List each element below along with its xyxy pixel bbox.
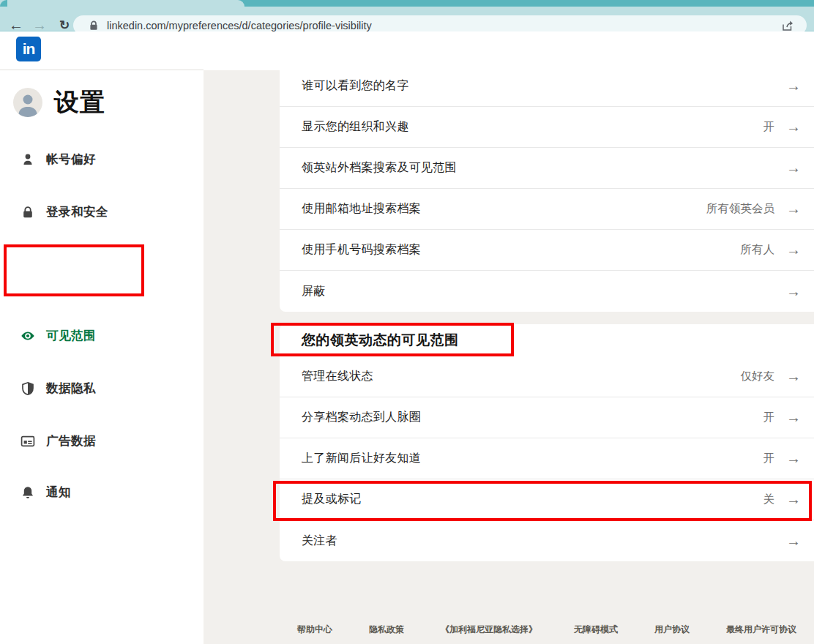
browser-toolbar: ← → ↻ linkedin.com/mypreferences/d/categ… [0, 7, 814, 31]
page-title: 设置 [54, 86, 105, 119]
setting-row-search-by-phone[interactable]: 使用手机号码搜索档案 所有人 → [280, 230, 814, 271]
setting-label: 管理在线状态 [302, 369, 741, 384]
sidebar-item-data-privacy[interactable]: 数据隐私 [0, 374, 204, 403]
sidebar-item-account-preferences[interactable]: 帐号偏好 [0, 145, 204, 174]
arrow-right-icon: → [786, 368, 801, 385]
setting-row-share-profile-updates[interactable]: 分享档案动态到人脉圈 开 → [280, 397, 814, 438]
footer-link-accessibility[interactable]: 无障碍模式 [574, 624, 618, 636]
sidebar-item-label: 登录和安全 [46, 204, 108, 220]
setting-row-show-org-interests[interactable]: 显示您的组织和兴趣 开 → [280, 107, 814, 148]
lock-icon [20, 205, 35, 220]
browser-tab-strip [0, 0, 814, 7]
settings-title-row: 设置 [13, 86, 105, 119]
share-icon[interactable] [780, 18, 795, 33]
footer-link-privacy-policy[interactable]: 隐私政策 [369, 624, 404, 636]
settings-sidebar: 设置 帐号偏好 登录和安全 可见范围 数据隐私 [0, 70, 204, 644]
setting-label: 谁可以看到您的名字 [302, 78, 774, 94]
arrow-right-icon: → [786, 409, 801, 426]
arrow-right-icon: → [786, 119, 801, 135]
footer-link-eula[interactable]: 最终用户许可协议 [726, 624, 796, 636]
arrow-right-icon: → [786, 450, 801, 467]
setting-value: 所有领英会员 [706, 201, 774, 217]
setting-label: 关注者 [302, 533, 774, 549]
avatar [13, 88, 42, 117]
sidebar-item-visibility[interactable]: 可见范围 [0, 321, 204, 351]
setting-row-followers[interactable]: 关注者 → [280, 520, 814, 561]
arrow-right-icon: → [786, 201, 801, 217]
setting-value: 仅好友 [741, 369, 775, 384]
sidebar-item-label: 可见范围 [46, 328, 96, 344]
feed-visibility-card: 您的领英动态的可见范围 管理在线状态 仅好友 → 分享档案动态到人脉圈 开 → … [280, 324, 814, 561]
sidebar-item-ads-data[interactable]: 广告数据 [0, 427, 204, 456]
arrow-right-icon: → [786, 533, 801, 550]
setting-label: 使用手机号码搜索档案 [302, 242, 741, 258]
setting-label: 提及或标记 [302, 492, 763, 507]
footer-link-user-agreement[interactable]: 用户协议 [654, 624, 690, 636]
lock-secure-icon [88, 20, 100, 31]
setting-row-mentions-tags[interactable]: 提及或标记 关 → [280, 479, 814, 520]
setting-value: 开 [763, 119, 775, 135]
setting-value: 开 [763, 451, 775, 466]
app-header: in [0, 31, 814, 70]
footer-link-help-center[interactable]: 帮助中心 [297, 624, 332, 636]
footer-links: 帮助中心 隐私政策 《加利福尼亚隐私选择》 无障碍模式 用户协议 最终用户许可协… [280, 624, 814, 636]
section-title: 您的领英动态的可见范围 [280, 324, 814, 356]
setting-label: 使用邮箱地址搜索档案 [302, 201, 706, 217]
arrow-right-icon: → [786, 78, 801, 94]
setting-value: 开 [763, 410, 775, 425]
arrow-right-icon: → [786, 160, 801, 176]
linkedin-logo[interactable]: in [16, 37, 41, 61]
arrow-right-icon: → [786, 283, 801, 300]
setting-label: 分享档案动态到人脉圈 [302, 410, 763, 425]
browser-active-tab[interactable] [0, 0, 244, 7]
sidebar-item-label: 帐号偏好 [46, 151, 96, 168]
shield-icon [20, 381, 35, 396]
footer-link-california-privacy[interactable]: 《加利福尼亚隐私选择》 [441, 624, 537, 636]
bell-icon [20, 485, 35, 500]
setting-label: 领英站外档案搜索及可见范围 [302, 160, 774, 176]
arrow-right-icon: → [786, 242, 801, 258]
setting-label: 显示您的组织和兴趣 [302, 119, 763, 135]
setting-value: 所有人 [741, 242, 775, 258]
arrow-right-icon: → [786, 491, 801, 508]
sidebar-item-notifications[interactable]: 通知 [0, 478, 204, 507]
setting-label: 上了新闻后让好友知道 [302, 451, 763, 466]
person-icon [20, 152, 35, 167]
sidebar-item-sign-in-security[interactable]: 登录和安全 [0, 198, 204, 227]
eye-icon [20, 329, 35, 343]
sidebar-item-label: 通知 [46, 484, 71, 501]
setting-label: 屏蔽 [302, 284, 774, 299]
ad-card-icon [20, 434, 35, 449]
setting-row-search-by-email[interactable]: 使用邮箱地址搜索档案 所有领英会员 → [280, 189, 814, 230]
url-text: linkedin.com/mypreferences/d/categories/… [107, 20, 780, 31]
setting-row-online-status[interactable]: 管理在线状态 仅好友 → [280, 356, 814, 397]
sidebar-item-label: 数据隐私 [46, 381, 96, 397]
profile-visibility-card: 谁可以看到您的名字 → 显示您的组织和兴趣 开 → 领英站外档案搜索及可见范围 … [280, 66, 814, 312]
sidebar-item-label: 广告数据 [46, 433, 96, 449]
setting-row-blocking[interactable]: 屏蔽 → [280, 271, 814, 312]
setting-row-who-can-see-name[interactable]: 谁可以看到您的名字 → [280, 66, 814, 107]
setting-row-notify-in-news[interactable]: 上了新闻后让好友知道 开 → [280, 438, 814, 479]
setting-value: 关 [763, 492, 775, 507]
setting-row-offsite-search[interactable]: 领英站外档案搜索及可见范围 → [280, 148, 814, 189]
